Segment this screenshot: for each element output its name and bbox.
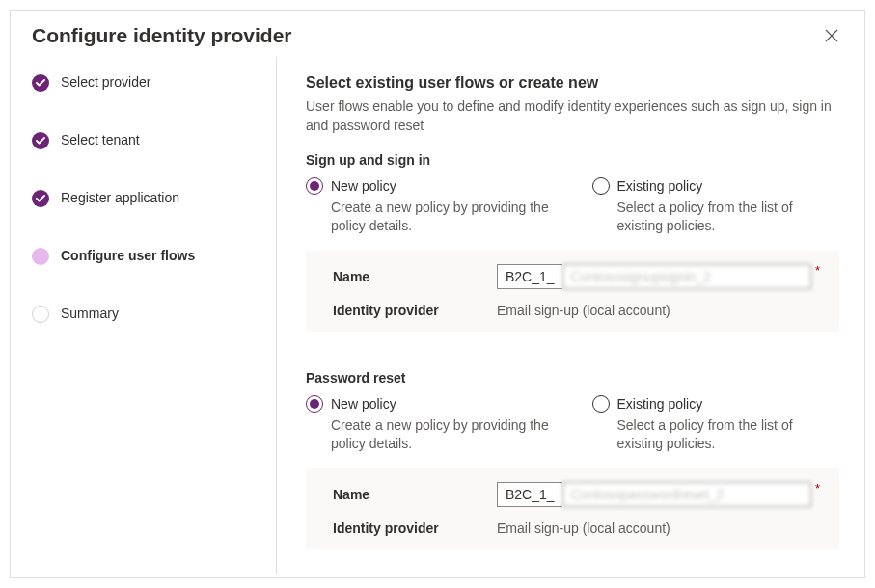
idp-label: Identity provider: [333, 521, 497, 536]
close-icon: [825, 29, 838, 42]
future-step-icon: [32, 306, 49, 323]
step-2[interactable]: Register application: [32, 190, 257, 209]
section-title: Password reset: [306, 370, 839, 386]
check-icon: [32, 74, 49, 92]
name-prefix: B2C_1_: [497, 482, 562, 507]
policy-name-input[interactable]: [562, 264, 811, 289]
close-button[interactable]: [820, 24, 843, 47]
policy-option-new: New policyCreate a new policy by providi…: [306, 395, 554, 453]
step-label: Configure user flows: [61, 248, 195, 263]
name-label: Name: [333, 487, 497, 502]
panel-title: Configure identity provider: [32, 24, 292, 47]
check-icon: [32, 132, 49, 149]
radio-label: New policy: [331, 396, 396, 412]
main-heading: Select existing user flows or create new: [306, 74, 839, 92]
radio-icon: [306, 395, 323, 413]
policy-form: NameB2C_1_*Identity providerEmail sign-u…: [306, 468, 839, 549]
radio-existing[interactable]: Existing policy: [592, 177, 840, 195]
section-title: Sign up and sign in: [306, 152, 839, 168]
idp-value: Email sign-up (local account): [497, 303, 670, 318]
idp-label: Identity provider: [333, 303, 497, 318]
radio-desc: Select a policy from the list of existin…: [617, 199, 840, 235]
radio-desc: Create a new policy by providing the pol…: [331, 199, 554, 235]
policy-option-existing: Existing policySelect a policy from the …: [592, 177, 840, 235]
panel-header: Configure identity provider: [11, 11, 864, 57]
radio-label: Existing policy: [617, 396, 703, 412]
main-intro: User flows enable you to define and modi…: [306, 97, 839, 135]
step-label: Select tenant: [61, 132, 140, 147]
step-3[interactable]: Configure user flows: [32, 248, 257, 267]
radio-new[interactable]: New policy: [306, 177, 554, 195]
step-4[interactable]: Summary: [32, 306, 257, 325]
step-label: Select provider: [61, 74, 150, 90]
step-1[interactable]: Select tenant: [32, 132, 257, 151]
name-prefix: B2C_1_: [497, 264, 562, 289]
idp-value: Email sign-up (local account): [497, 521, 670, 536]
name-label: Name: [333, 269, 497, 284]
policy-choice-row: New policyCreate a new policy by providi…: [306, 177, 839, 235]
required-indicator: *: [815, 481, 820, 495]
radio-icon: [592, 177, 610, 195]
radio-desc: Create a new policy by providing the pol…: [331, 416, 554, 453]
step-label: Register application: [61, 190, 179, 205]
policy-option-new: New policyCreate a new policy by providi…: [306, 177, 554, 235]
policy-choice-row: New policyCreate a new policy by providi…: [306, 395, 839, 453]
radio-new[interactable]: New policy: [306, 395, 554, 413]
radio-label: Existing policy: [617, 178, 703, 194]
step-0[interactable]: Select provider: [32, 74, 257, 94]
steps-sidebar: Select providerSelect tenantRegister app…: [11, 57, 277, 574]
required-indicator: *: [815, 263, 820, 278]
policy-form: NameB2C_1_*Identity providerEmail sign-u…: [306, 251, 839, 332]
step-label: Summary: [61, 306, 119, 321]
config-idp-panel: Configure identity provider Select provi…: [10, 10, 865, 578]
policy-option-existing: Existing policySelect a policy from the …: [592, 395, 840, 453]
policy-name-input[interactable]: [562, 482, 811, 507]
radio-desc: Select a policy from the list of existin…: [617, 416, 840, 453]
radio-icon: [592, 395, 610, 413]
radio-label: New policy: [331, 178, 396, 194]
check-icon: [32, 190, 49, 207]
current-step-icon: [32, 248, 49, 265]
main-content: Select existing user flows or create new…: [277, 57, 864, 574]
radio-icon: [306, 177, 323, 195]
radio-existing[interactable]: Existing policy: [592, 395, 840, 413]
